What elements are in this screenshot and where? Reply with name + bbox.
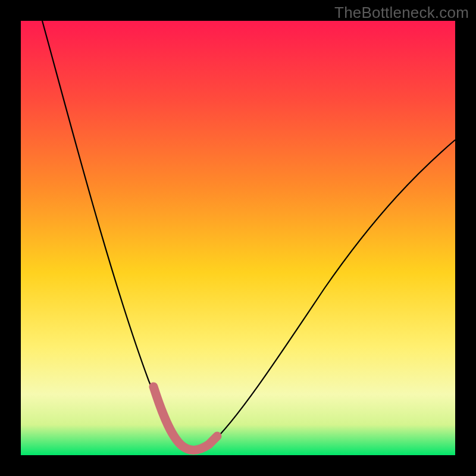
- plot-area: [21, 21, 455, 455]
- chart-svg: [21, 21, 455, 455]
- outer-frame: TheBottleneck.com: [0, 0, 476, 476]
- watermark-text: TheBottleneck.com: [334, 4, 469, 22]
- gradient-background: [21, 21, 455, 455]
